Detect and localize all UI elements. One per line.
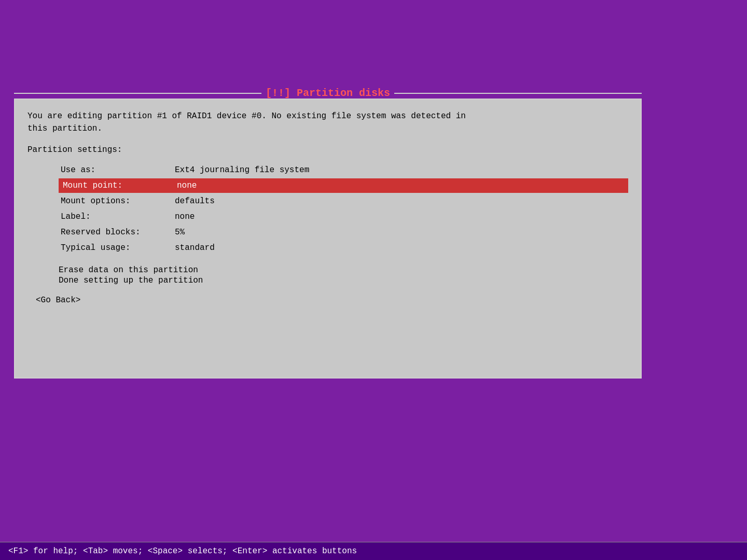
reserved-blocks-value: 5%: [173, 227, 187, 238]
reserved-blocks-label: Reserved blocks:: [59, 227, 173, 238]
status-bar: <F1> for help; <Tab> moves; <Space> sele…: [0, 542, 747, 560]
erase-data-action[interactable]: Erase data on this partition: [59, 265, 628, 275]
setting-row-use-as[interactable]: Use as: Ext4 journaling file system: [59, 163, 628, 177]
dialog-wrapper: [!!] Partition disks You are editing par…: [14, 87, 642, 379]
label-label: Label:: [59, 211, 173, 222]
setting-row-label[interactable]: Label: none: [59, 209, 628, 224]
mount-point-value: none: [175, 180, 199, 191]
description-line2: this partition.: [27, 122, 628, 135]
mount-options-value: defaults: [173, 195, 217, 207]
setting-row-reserved-blocks[interactable]: Reserved blocks: 5%: [59, 225, 628, 240]
use-as-value: Ext4 journaling file system: [173, 164, 311, 176]
setting-row-typical-usage[interactable]: Typical usage: standard: [59, 241, 628, 255]
dialog-title: [!!] Partition disks: [261, 87, 394, 99]
typical-usage-label: Typical usage:: [59, 242, 173, 254]
dialog-box: You are editing partition #1 of RAID1 de…: [14, 99, 642, 379]
setting-row-mount-options[interactable]: Mount options: defaults: [59, 194, 628, 208]
title-line-right: [394, 93, 642, 94]
action-items: Erase data on this partition Done settin…: [59, 265, 628, 285]
section-label: Partition settings:: [27, 145, 628, 155]
screen: [!!] Partition disks You are editing par…: [0, 0, 747, 560]
highlighted-bar: Mount point: none: [59, 178, 297, 193]
mount-options-label: Mount options:: [59, 195, 173, 207]
go-back-button[interactable]: <Go Back>: [36, 296, 80, 305]
dialog-title-bar: [!!] Partition disks: [14, 87, 642, 99]
status-bar-text: <F1> for help; <Tab> moves; <Space> sele…: [8, 547, 357, 556]
title-line-left: [14, 93, 261, 94]
done-setting-action[interactable]: Done setting up the partition: [59, 276, 628, 285]
mount-point-label: Mount point:: [61, 180, 175, 191]
label-value: none: [173, 211, 197, 222]
description-line1: You are editing partition #1 of RAID1 de…: [27, 110, 628, 122]
use-as-label: Use as:: [59, 164, 173, 176]
description: You are editing partition #1 of RAID1 de…: [27, 110, 628, 135]
typical-usage-value: standard: [173, 242, 217, 254]
settings-table: Use as: Ext4 journaling file system Moun…: [59, 163, 628, 255]
go-back-container: <Go Back>: [36, 296, 628, 305]
setting-row-mount-point[interactable]: Mount point: none: [59, 178, 628, 193]
